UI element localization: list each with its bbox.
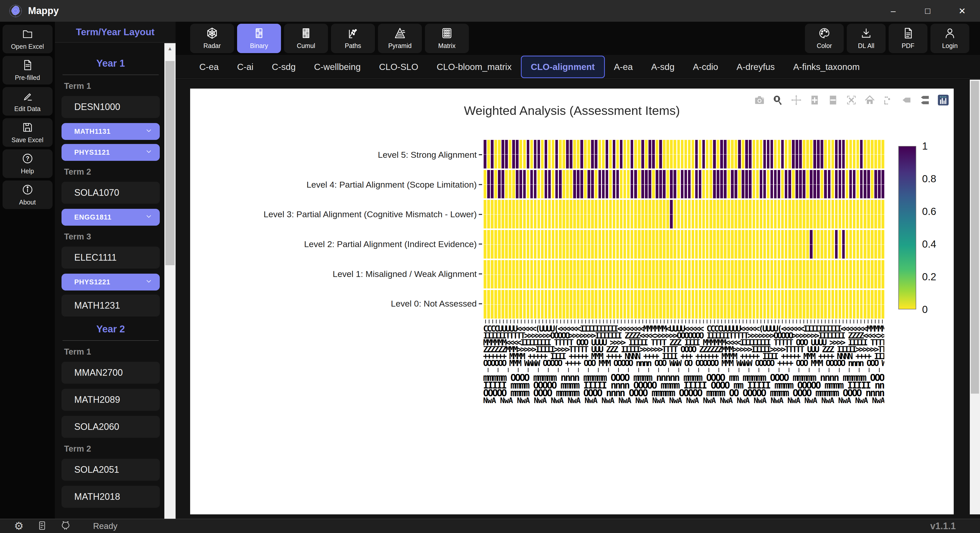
colorbar — [898, 146, 916, 309]
course-code: MATH1231 — [74, 300, 120, 311]
content-area: Weighted Analysis (Assessment Items) Lev… — [176, 80, 980, 519]
course-list: Year 1Term 1DESN1000MATH1131PHYS1121Term… — [55, 43, 164, 519]
course-code: ELEC1111 — [74, 252, 117, 263]
colorbar-tick-label: 0.8 — [922, 173, 936, 185]
y-axis-tick — [479, 184, 482, 185]
rail-button-open-excel[interactable]: Open Excel — [3, 25, 52, 53]
course-card-math1231[interactable]: MATH1231 — [62, 294, 160, 317]
tab-a-ea[interactable]: A-ea — [605, 56, 642, 78]
chart-type-button-binary[interactable]: Binary — [237, 24, 281, 53]
x-axis-label-mush-row: mmmmm OOOO mmmmm nnnn mmmmm OOOO mmmm nn… — [483, 374, 884, 382]
heatmap-row — [484, 170, 884, 199]
course-card-elec1111[interactable]: ELEC1111 — [62, 247, 160, 269]
rail-button-pre-filled[interactable]: Pre-filled — [3, 56, 52, 84]
github-icon[interactable] — [60, 520, 71, 532]
x-axis-label-mush-row: ++++++ MMMM +++++ IIII +++++ MMM ++++ NN… — [483, 353, 884, 360]
chart-type-label: Matrix — [438, 42, 455, 49]
palette-icon — [818, 27, 830, 41]
course-card-sola1070[interactable]: SOLA1070 — [62, 182, 160, 204]
y-axis-tick — [479, 243, 482, 245]
toolbar-button-color[interactable]: Color — [805, 24, 844, 53]
chevron-down-icon — [145, 213, 153, 222]
tab-c-ea[interactable]: C-ea — [190, 56, 228, 78]
chart-type-button-matrix[interactable]: Matrix — [425, 24, 469, 53]
rail-button-edit-data[interactable]: Edit Data — [3, 87, 52, 116]
course-card-sola2060[interactable]: SOLA2060 — [62, 416, 160, 438]
rail-button-help[interactable]: ?Help — [3, 150, 52, 178]
course-card-mman2700[interactable]: MMAN2700 — [62, 362, 160, 383]
course-dropdown-math1131[interactable]: MATH1131 — [62, 123, 160, 140]
toolbar-button-dl-all[interactable]: DL All — [847, 24, 886, 53]
sidebar-title: Term/Year Layout — [55, 22, 176, 43]
tab-clo-alignment[interactable]: CLO-alignment — [521, 56, 605, 78]
maximize-button[interactable]: □ — [923, 6, 933, 16]
course-card-math2018[interactable]: MATH2018 — [62, 486, 160, 508]
y-axis-label: Level 5: Strong Alignment — [190, 140, 484, 170]
toolbar-button-label: DL All — [858, 42, 874, 49]
version-label: v1.1.1 — [930, 521, 956, 531]
chart-type-label: Paths — [345, 42, 361, 49]
window-scrollbar-thumb[interactable] — [971, 81, 979, 394]
chart-type-button-pyramid[interactable]: Pyramid — [378, 24, 422, 53]
radar-icon — [206, 27, 218, 41]
tab-clo-bloom_matrix[interactable]: CLO-bloom_matrix — [428, 56, 521, 78]
gear-icon[interactable]: ⚙ — [14, 521, 24, 531]
term-header: Term 2 — [62, 444, 160, 453]
left-rail: Open ExcelPre-filledEdit DataSave Excel?… — [0, 22, 55, 519]
chart-type-label: Pyramid — [388, 42, 412, 49]
toolbar-button-login[interactable]: Login — [931, 24, 969, 53]
course-dropdown-phys1221[interactable]: PHYS1221 — [62, 274, 160, 291]
colorbar-tick-label: 0.6 — [922, 206, 936, 217]
course-code: SOLA1070 — [74, 187, 119, 198]
heatmap-row — [484, 200, 884, 229]
term-header: Term 1 — [62, 81, 160, 91]
course-card-math2089[interactable]: MATH2089 — [62, 389, 160, 411]
colorbar-tick-label: 0.4 — [922, 239, 936, 250]
rail-button-save-excel[interactable]: Save Excel — [3, 118, 52, 147]
course-card-sola2051[interactable]: SOLA2051 — [62, 459, 160, 480]
course-code: SOLA2051 — [74, 465, 119, 475]
scroll-up-arrow-icon[interactable]: ▲ — [164, 43, 176, 54]
chart-type-button-paths[interactable]: Paths — [331, 24, 375, 53]
tab-a-cdio[interactable]: A-cdio — [684, 56, 727, 78]
course-code: PHYS1221 — [74, 278, 110, 286]
sidebar-panel: Term/Year Layout Year 1Term 1DESN1000MAT… — [55, 22, 176, 519]
floppy-icon — [22, 121, 33, 135]
colorbar-tick-label: 1 — [922, 140, 928, 152]
colorbar-tick-label: 0 — [922, 304, 928, 315]
course-card-desn1000[interactable]: DESN1000 — [62, 96, 160, 118]
close-button[interactable]: ✕ — [957, 6, 967, 16]
minimize-button[interactable]: – — [888, 6, 898, 16]
sidebar-scrollbar[interactable]: ▲ — [164, 43, 176, 519]
rail-button-about[interactable]: About — [3, 180, 52, 209]
y-axis-label: Level 0: Not Assessed — [190, 289, 484, 318]
tab-c-ai[interactable]: C-ai — [228, 56, 262, 78]
tab-c-wellbeing[interactable]: C-wellbeing — [305, 56, 370, 78]
sidebar-scrollbar-thumb[interactable] — [165, 61, 175, 265]
heatmap-plot-area[interactable] — [484, 140, 884, 318]
chart-type-toolbar: RadarBinaryCumulPathsPyramidMatrixColorD… — [176, 22, 980, 55]
tab-a-finks_taxonom[interactable]: A-finks_taxonom — [784, 56, 869, 78]
log-icon[interactable] — [37, 520, 47, 532]
chart-panel: Weighted Analysis (Assessment Items) Lev… — [190, 89, 954, 514]
divider — [62, 340, 159, 341]
toolbar-button-pdf[interactable]: PDF — [889, 24, 928, 53]
tab-clo-slo[interactable]: CLO-SLO — [370, 56, 428, 78]
tab-a-dreyfus[interactable]: A-dreyfus — [727, 56, 784, 78]
app-title: Mappy — [28, 5, 59, 16]
year-header: Year 1 — [62, 58, 160, 69]
cumul-icon — [300, 27, 312, 41]
y-axis-tick — [479, 154, 482, 155]
course-dropdown-phys1121[interactable]: PHYS1121 — [62, 144, 160, 161]
window-scrollbar[interactable] — [970, 80, 980, 514]
course-code: DESN1000 — [74, 102, 120, 112]
pencil-icon — [22, 91, 33, 103]
tab-a-sdg[interactable]: A-sdg — [642, 56, 683, 78]
chart-type-button-cumul[interactable]: Cumul — [284, 24, 328, 53]
chevron-down-icon — [145, 148, 153, 157]
tab-c-sdg[interactable]: C-sdg — [262, 56, 305, 78]
course-dropdown-engg1811[interactable]: ENGG1811 — [62, 209, 160, 226]
y-axis-label: Level 4: Partial Alignment (Scope Limita… — [190, 170, 484, 200]
heatmap-row — [484, 260, 884, 289]
chart-type-button-radar[interactable]: Radar — [190, 24, 234, 53]
